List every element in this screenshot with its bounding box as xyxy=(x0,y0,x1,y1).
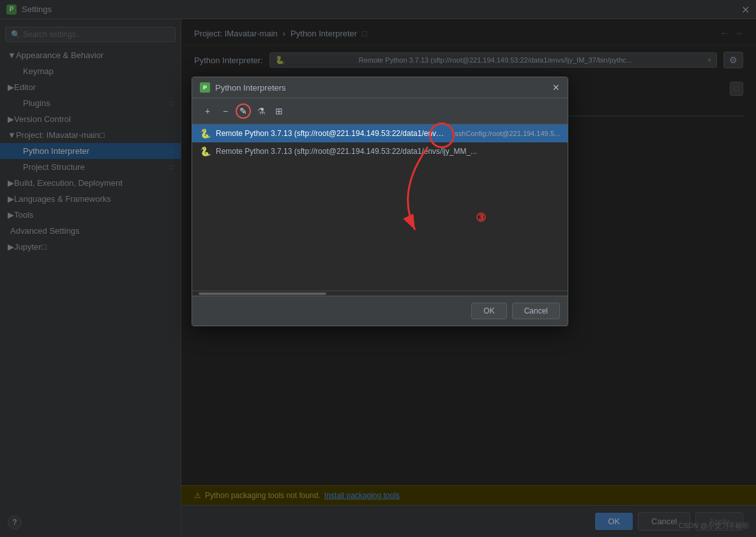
modal-icon: P xyxy=(200,82,210,93)
modal-footer: OK Cancel xyxy=(192,296,568,326)
modal-title: Python Interpreters xyxy=(215,83,552,93)
python-icon-1: 🐍 xyxy=(200,128,211,139)
modal-ok-button[interactable]: OK xyxy=(471,303,506,319)
python-icon-2: 🐍 xyxy=(200,146,211,156)
interpreter-list-item-2[interactable]: 🐍 Remote Python 3.7.13 (sftp://root@221.… xyxy=(192,142,568,160)
interpreter-list-item-1[interactable]: 🐍 Remote Python 3.7.13 (sftp://root@221.… xyxy=(192,125,568,142)
add-interpreter-button[interactable]: + xyxy=(200,103,215,119)
interpreter-label-1: Remote Python 3.7.13 (sftp://root@221.19… xyxy=(216,129,444,138)
scrollbar-thumb[interactable] xyxy=(199,292,326,295)
modal-scrollbar[interactable] xyxy=(192,291,568,296)
interpreters-list: 🐍 Remote Python 3.7.13 (sftp://root@221.… xyxy=(192,125,568,291)
tree-button[interactable]: ⊞ xyxy=(271,103,287,119)
python-interpreters-modal: P Python Interpreters ✕ + − ✎ ⚗ ⊞ 🐍 Remo… xyxy=(192,77,568,326)
modal-overlay: P Python Interpreters ✕ + − ✎ ⚗ ⊞ 🐍 Remo… xyxy=(0,0,756,537)
modal-close-button[interactable]: ✕ xyxy=(552,82,560,93)
interpreter-detail-1: sshConfig:/root@221.194.149.5... xyxy=(455,130,560,137)
remove-interpreter-button[interactable]: − xyxy=(218,103,233,119)
modal-cancel-button[interactable]: Cancel xyxy=(512,303,560,319)
edit-interpreter-button[interactable]: ✎ xyxy=(236,103,251,119)
interpreter-label-2: Remote Python 3.7.13 (sftp://root@221.19… xyxy=(216,147,477,156)
modal-title-bar: P Python Interpreters ✕ xyxy=(192,77,568,98)
modal-toolbar: + − ✎ ⚗ ⊞ xyxy=(192,98,568,125)
filter-button[interactable]: ⚗ xyxy=(253,103,269,119)
